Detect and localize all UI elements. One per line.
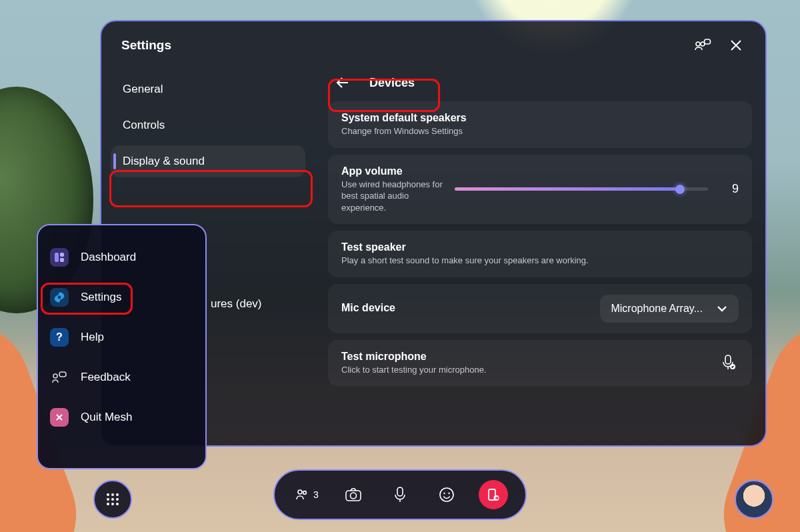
menu-item-dashboard[interactable]: Dashboard [45,239,199,276]
panel-header: Settings [101,21,765,63]
apps-grid-button[interactable] [93,480,132,519]
svg-point-0 [696,42,700,46]
svg-rect-7 [60,258,64,262]
svg-point-21 [107,493,109,496]
volume-slider-knob[interactable] [675,185,685,194]
card-system-speakers[interactable]: System default speakers Change from Wind… [328,101,752,148]
svg-point-18 [448,493,449,494]
sub-header: Devices [328,67,752,101]
sidebar-item-label: Controls [123,119,165,132]
card-app-volume: App volume Use wired headphones for best… [328,155,752,225]
avatar-button[interactable] [735,480,773,519]
people-count-value: 3 [313,489,319,500]
leave-button[interactable] [479,480,508,509]
microphone-button[interactable] [385,480,415,509]
quit-icon [50,408,69,427]
menu-item-help[interactable]: ? Help [45,319,199,356]
gear-icon [50,288,69,307]
mic-device-value: Microphone Array... [611,303,703,315]
svg-point-17 [443,493,445,494]
svg-point-11 [298,490,302,494]
svg-point-23 [116,493,119,496]
mic-device-select[interactable]: Microphone Array... [600,295,739,323]
svg-rect-3 [725,355,731,364]
svg-point-22 [111,493,114,496]
svg-point-29 [116,503,119,505]
menu-item-label: Dashboard [81,251,136,264]
svg-point-16 [440,488,453,501]
main-menu-popup: Dashboard Settings ? Help Feedback Quit … [37,224,207,469]
svg-point-27 [107,503,109,505]
back-arrow-icon[interactable] [335,75,351,91]
svg-rect-10 [59,372,66,377]
svg-point-25 [111,498,114,501]
menu-item-settings[interactable]: Settings [45,279,199,316]
sidebar-item-controls[interactable]: Controls [111,109,305,141]
menu-item-label: Settings [81,291,121,304]
svg-point-28 [111,503,114,505]
card-title: Mic device [341,302,395,314]
sub-header-title: Devices [369,76,415,90]
card-title: Test microphone [341,351,486,363]
settings-main: Devices System default speakers Change f… [315,65,765,394]
sidebar-item-label: Display & sound [123,155,205,168]
card-test-speaker[interactable]: Test speaker Play a short test sound to … [328,231,752,277]
reactions-button[interactable] [432,480,461,509]
card-title: System default speakers [341,112,467,124]
svg-rect-2 [705,39,711,44]
card-subtitle: Use wired headphones for best spatial au… [341,179,448,214]
menu-item-label: Help [81,331,104,344]
svg-point-8 [58,296,61,299]
menu-item-quit[interactable]: Quit Mesh [45,399,199,436]
dashboard-icon [50,248,69,267]
svg-point-14 [351,493,357,499]
dock-bar: 3 [273,469,527,520]
feedback-icon [50,368,69,387]
volume-slider-fill [455,187,680,191]
card-mic-device: Mic device Microphone Array... [328,284,752,333]
volume-value: 9 [721,182,739,196]
camera-button[interactable] [339,480,368,509]
svg-point-12 [303,491,307,495]
svg-rect-5 [55,253,59,262]
card-title: Test speaker [341,241,589,253]
card-subtitle: Change from Windows Settings [341,125,467,137]
close-icon[interactable] [727,36,745,55]
volume-slider[interactable] [455,187,708,191]
menu-item-feedback[interactable]: Feedback [45,359,199,396]
svg-point-26 [116,498,119,501]
svg-rect-15 [397,487,403,496]
sidebar-item-label: General [123,83,163,96]
menu-item-label: Feedback [81,371,131,384]
sidebar-item-display-sound[interactable]: Display & sound [111,145,305,177]
sidebar-item-general[interactable]: General [111,73,305,105]
svg-point-24 [107,498,109,501]
people-count-button[interactable]: 3 [292,480,321,509]
help-icon: ? [50,328,69,347]
chevron-down-icon [716,303,728,315]
panel-title: Settings [121,38,171,53]
svg-point-9 [53,374,57,378]
mic-test-icon [719,353,739,373]
menu-item-label: Quit Mesh [81,411,132,424]
card-subtitle: Click to start testing your microphone. [341,364,486,376]
card-test-microphone[interactable]: Test microphone Click to start testing y… [328,340,752,387]
svg-rect-6 [60,253,64,257]
sidebar-item-label: ures (dev) [211,297,262,311]
card-title: App volume [341,165,448,177]
people-chat-icon[interactable] [693,36,712,55]
card-subtitle: Play a short test sound to make sure you… [341,255,589,267]
